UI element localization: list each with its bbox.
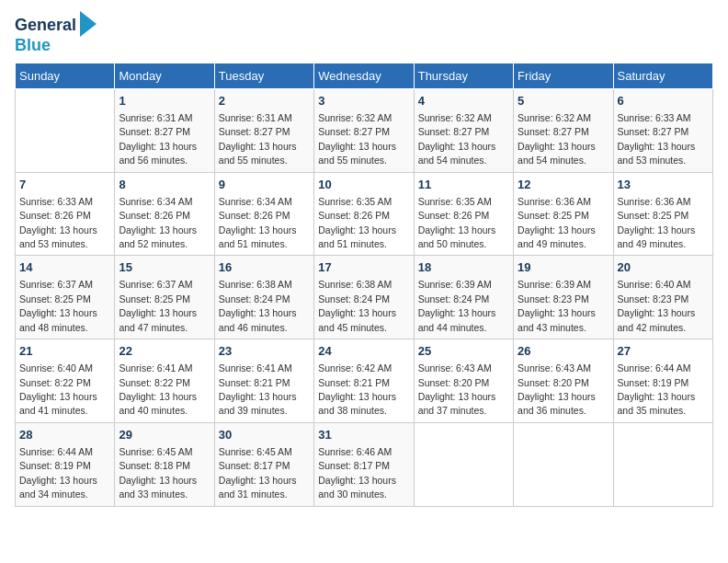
cell-content: Sunrise: 6:37 AMSunset: 8:25 PMDaylight:…: [19, 279, 97, 332]
calendar-cell: 16 Sunrise: 6:38 AMSunset: 8:24 PMDaylig…: [214, 256, 313, 339]
week-row-5: 28 Sunrise: 6:44 AMSunset: 8:19 PMDaylig…: [16, 422, 713, 506]
cell-content: Sunrise: 6:45 AMSunset: 8:18 PMDaylight:…: [119, 446, 197, 500]
cell-content: Sunrise: 6:46 AMSunset: 8:17 PMDaylight:…: [318, 446, 396, 500]
day-number: 17: [318, 259, 409, 276]
cell-content: Sunrise: 6:31 AMSunset: 8:27 PMDaylight:…: [219, 112, 297, 166]
day-number: 5: [518, 93, 609, 109]
calendar-cell: 25 Sunrise: 6:43 AMSunset: 8:20 PMDaylig…: [414, 339, 513, 423]
cell-content: Sunrise: 6:44 AMSunset: 8:19 PMDaylight:…: [618, 362, 696, 416]
cell-content: Sunrise: 6:32 AMSunset: 8:27 PMDaylight:…: [318, 112, 396, 166]
logo-blue-text: Blue: [15, 36, 51, 54]
day-number: 21: [19, 343, 110, 360]
cell-content: Sunrise: 6:40 AMSunset: 8:23 PMDaylight:…: [618, 279, 696, 332]
day-number: 12: [518, 177, 609, 193]
cell-content: Sunrise: 6:34 AMSunset: 8:26 PMDaylight:…: [119, 196, 197, 249]
cell-content: Sunrise: 6:35 AMSunset: 8:26 PMDaylight:…: [318, 196, 396, 249]
day-number: 15: [119, 259, 210, 276]
week-row-3: 14 Sunrise: 6:37 AMSunset: 8:25 PMDaylig…: [16, 256, 713, 339]
day-number: 13: [618, 177, 709, 193]
calendar-cell: 3 Sunrise: 6:32 AMSunset: 8:27 PMDayligh…: [314, 88, 414, 172]
day-number: 22: [119, 343, 210, 360]
cell-content: Sunrise: 6:38 AMSunset: 8:24 PMDaylight:…: [318, 279, 396, 332]
calendar-cell: 2 Sunrise: 6:31 AMSunset: 8:27 PMDayligh…: [214, 88, 313, 172]
day-number: 4: [418, 93, 509, 109]
day-number: 26: [518, 343, 609, 360]
day-header-tuesday: Tuesday: [214, 63, 313, 88]
logo: General Blue: [15, 15, 97, 55]
cell-content: Sunrise: 6:42 AMSunset: 8:21 PMDaylight:…: [318, 362, 396, 416]
cell-content: Sunrise: 6:40 AMSunset: 8:22 PMDaylight:…: [19, 362, 97, 416]
week-row-1: 1 Sunrise: 6:31 AMSunset: 8:27 PMDayligh…: [16, 88, 713, 172]
day-number: 24: [318, 343, 409, 360]
cell-content: Sunrise: 6:36 AMSunset: 8:25 PMDaylight:…: [518, 196, 596, 249]
calendar-cell: 1 Sunrise: 6:31 AMSunset: 8:27 PMDayligh…: [115, 88, 214, 172]
week-row-2: 7 Sunrise: 6:33 AMSunset: 8:26 PMDayligh…: [16, 172, 713, 256]
cell-content: Sunrise: 6:39 AMSunset: 8:23 PMDaylight:…: [518, 279, 596, 332]
day-number: 31: [318, 427, 409, 443]
day-number: 19: [518, 259, 609, 276]
day-header-saturday: Saturday: [613, 63, 712, 88]
calendar-cell: [613, 422, 712, 506]
cell-content: Sunrise: 6:37 AMSunset: 8:25 PMDaylight:…: [119, 279, 197, 332]
cell-content: Sunrise: 6:32 AMSunset: 8:27 PMDaylight:…: [518, 112, 596, 166]
calendar-cell: 12 Sunrise: 6:36 AMSunset: 8:25 PMDaylig…: [514, 172, 613, 256]
cell-content: Sunrise: 6:32 AMSunset: 8:27 PMDaylight:…: [418, 112, 496, 166]
cell-content: Sunrise: 6:43 AMSunset: 8:20 PMDaylight:…: [518, 362, 596, 416]
day-header-sunday: Sunday: [16, 63, 115, 88]
logo-text: General: [15, 17, 76, 35]
cell-content: Sunrise: 6:33 AMSunset: 8:26 PMDaylight:…: [19, 196, 97, 249]
day-number: 1: [119, 93, 210, 109]
cell-content: Sunrise: 6:41 AMSunset: 8:21 PMDaylight:…: [219, 362, 297, 416]
day-number: 14: [19, 259, 110, 276]
calendar-cell: [16, 88, 115, 172]
calendar-cell: 27 Sunrise: 6:44 AMSunset: 8:19 PMDaylig…: [613, 339, 712, 423]
calendar-cell: 7 Sunrise: 6:33 AMSunset: 8:26 PMDayligh…: [16, 172, 115, 256]
calendar-cell: 14 Sunrise: 6:37 AMSunset: 8:25 PMDaylig…: [16, 256, 115, 339]
calendar-cell: 10 Sunrise: 6:35 AMSunset: 8:26 PMDaylig…: [314, 172, 414, 256]
day-number: 30: [219, 427, 310, 443]
calendar-cell: 29 Sunrise: 6:45 AMSunset: 8:18 PMDaylig…: [115, 422, 214, 506]
day-number: 29: [119, 427, 210, 443]
cell-content: Sunrise: 6:31 AMSunset: 8:27 PMDaylight:…: [119, 112, 197, 166]
calendar-cell: 17 Sunrise: 6:38 AMSunset: 8:24 PMDaylig…: [314, 256, 414, 339]
calendar-cell: 11 Sunrise: 6:35 AMSunset: 8:26 PMDaylig…: [414, 172, 513, 256]
calendar-cell: 4 Sunrise: 6:32 AMSunset: 8:27 PMDayligh…: [414, 88, 513, 172]
calendar-cell: 30 Sunrise: 6:45 AMSunset: 8:17 PMDaylig…: [214, 422, 313, 506]
cell-content: Sunrise: 6:34 AMSunset: 8:26 PMDaylight:…: [219, 196, 297, 249]
calendar-header: SundayMondayTuesdayWednesdayThursdayFrid…: [16, 63, 713, 88]
calendar-cell: 26 Sunrise: 6:43 AMSunset: 8:20 PMDaylig…: [514, 339, 613, 423]
day-number: 11: [418, 177, 509, 193]
calendar-cell: [514, 422, 613, 506]
day-header-thursday: Thursday: [414, 63, 513, 88]
calendar-cell: 18 Sunrise: 6:39 AMSunset: 8:24 PMDaylig…: [414, 256, 513, 339]
cell-content: Sunrise: 6:33 AMSunset: 8:27 PMDaylight:…: [618, 112, 696, 166]
cell-content: Sunrise: 6:45 AMSunset: 8:17 PMDaylight:…: [219, 446, 297, 500]
week-row-4: 21 Sunrise: 6:40 AMSunset: 8:22 PMDaylig…: [16, 339, 713, 423]
day-number: 6: [618, 93, 709, 109]
cell-content: Sunrise: 6:38 AMSunset: 8:24 PMDaylight:…: [219, 279, 297, 332]
page-header: General Blue: [15, 15, 713, 55]
day-header-monday: Monday: [115, 63, 214, 88]
calendar-table: SundayMondayTuesdayWednesdayThursdayFrid…: [15, 63, 713, 507]
day-number: 28: [19, 427, 110, 443]
calendar-cell: 23 Sunrise: 6:41 AMSunset: 8:21 PMDaylig…: [214, 339, 313, 423]
calendar-cell: 9 Sunrise: 6:34 AMSunset: 8:26 PMDayligh…: [214, 172, 313, 256]
cell-content: Sunrise: 6:39 AMSunset: 8:24 PMDaylight:…: [418, 279, 496, 332]
day-header-friday: Friday: [514, 63, 613, 88]
day-number: 9: [219, 177, 310, 193]
day-number: 20: [618, 259, 709, 276]
calendar-cell: 24 Sunrise: 6:42 AMSunset: 8:21 PMDaylig…: [314, 339, 414, 423]
calendar-cell: [414, 422, 513, 506]
day-number: 18: [418, 259, 509, 276]
day-number: 10: [318, 177, 409, 193]
day-number: 27: [618, 343, 709, 360]
calendar-cell: 19 Sunrise: 6:39 AMSunset: 8:23 PMDaylig…: [514, 256, 613, 339]
day-number: 2: [219, 93, 310, 109]
day-number: 3: [318, 93, 409, 109]
day-header-wednesday: Wednesday: [314, 63, 414, 88]
calendar-cell: 8 Sunrise: 6:34 AMSunset: 8:26 PMDayligh…: [115, 172, 214, 256]
header-row: SundayMondayTuesdayWednesdayThursdayFrid…: [16, 63, 713, 88]
calendar-cell: 28 Sunrise: 6:44 AMSunset: 8:19 PMDaylig…: [16, 422, 115, 506]
day-number: 7: [19, 177, 110, 193]
calendar-cell: 22 Sunrise: 6:41 AMSunset: 8:22 PMDaylig…: [115, 339, 214, 423]
